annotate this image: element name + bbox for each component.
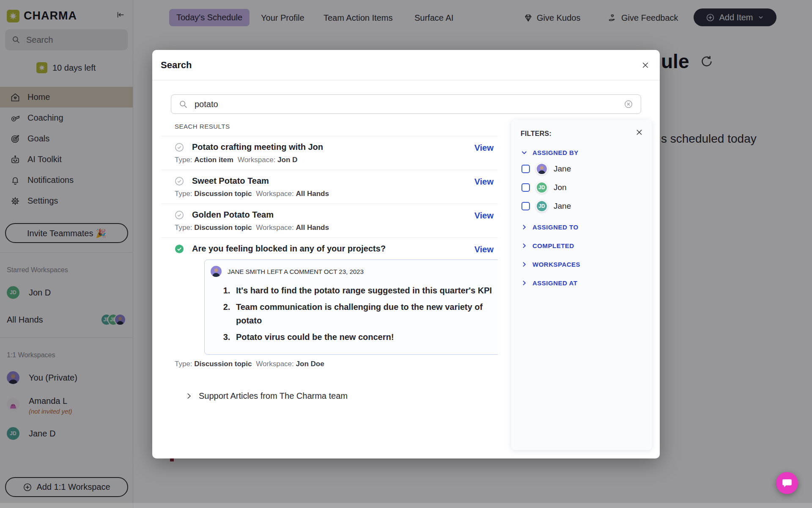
filters-title: FILTERS:	[521, 130, 642, 138]
filter-section-assigned-at[interactable]: ASSIGNED AT	[521, 279, 642, 287]
comment-header: JANE SMITH LEFT A COMMENT OCT 23, 2023	[228, 268, 364, 275]
filter-section-completed[interactable]: COMPLETED	[521, 242, 642, 249]
chevron-right-icon	[185, 392, 192, 400]
search-icon	[179, 100, 188, 109]
checkbox[interactable]	[521, 165, 530, 173]
check-circle-filled-icon	[175, 244, 184, 254]
search-result-row: Sweet Potato Team View Type: Discussion …	[161, 170, 498, 204]
checkbox[interactable]	[521, 183, 530, 192]
filter-section-assigned-to[interactable]: ASSIGNED TO	[521, 224, 642, 231]
avatar: JD	[536, 182, 548, 193]
close-icon[interactable]	[641, 61, 650, 69]
comment-item: It's hard to find the potato range sugge…	[233, 284, 498, 297]
chevron-right-icon	[521, 279, 528, 287]
check-circle-outline-icon	[175, 177, 184, 186]
clear-search-icon[interactable]	[624, 99, 633, 109]
avatar-photo	[536, 163, 548, 175]
view-link[interactable]: View	[475, 211, 494, 221]
chevron-right-icon	[521, 224, 528, 231]
search-results-list: SEACH RESULTS Potato crafting meeting wi…	[161, 123, 498, 377]
chevron-down-icon	[521, 149, 528, 156]
filters-panel: FILTERS: ASSIGNED BY Jane JD Jon JD	[511, 120, 652, 450]
app-root: CHARMA Search 10 days left Home	[0, 0, 812, 508]
comment-item: Potato virus could be the new concern!	[233, 330, 498, 344]
close-icon[interactable]	[635, 128, 643, 136]
view-link[interactable]: View	[475, 177, 494, 187]
modal-title: Search	[161, 60, 192, 71]
comment-item: Team communication is challenging due to…	[233, 300, 498, 327]
comment-card: JANE SMITH LEFT A COMMENT OCT 23, 2023 I…	[204, 260, 498, 355]
modal-header: Search	[152, 50, 660, 80]
filter-option-jon: JD Jon	[521, 182, 642, 193]
filter-section-workspaces[interactable]: WORKSPACES	[521, 261, 642, 268]
filter-option-jane: Jane	[521, 163, 642, 175]
view-link[interactable]: View	[475, 245, 494, 254]
avatar: JD	[536, 200, 548, 212]
search-result-row: Are you feeling blocked in any of your p…	[161, 238, 498, 374]
support-articles-link[interactable]: Support Articles from The Charma team	[185, 391, 348, 401]
bottom-scrollbar[interactable]	[0, 503, 812, 508]
search-result-row: Potato crafting meeting with Jon View Ty…	[161, 136, 498, 170]
checkbox[interactable]	[521, 202, 530, 210]
search-result-row: Golden Potato Team View Type: Discussion…	[161, 204, 498, 238]
avatar-photo	[211, 266, 222, 277]
check-circle-outline-icon	[175, 210, 184, 220]
chat-bubble-icon	[782, 478, 793, 489]
results-label: SEACH RESULTS	[175, 123, 498, 136]
filter-option-jane-2: JD Jane	[521, 200, 642, 212]
search-modal: Search potato SEACH RESULTS Potato craft…	[152, 50, 660, 458]
check-circle-outline-icon	[175, 143, 184, 152]
chevron-right-icon	[521, 261, 528, 268]
modal-search-input[interactable]: potato	[171, 94, 641, 114]
chat-launcher-button[interactable]	[776, 472, 798, 494]
search-query: potato	[195, 99, 617, 109]
filter-section-assigned-by[interactable]: ASSIGNED BY	[521, 149, 642, 156]
chevron-right-icon	[521, 242, 528, 249]
view-link[interactable]: View	[475, 143, 494, 153]
comment-list: It's hard to find the potato range sugge…	[233, 284, 498, 344]
